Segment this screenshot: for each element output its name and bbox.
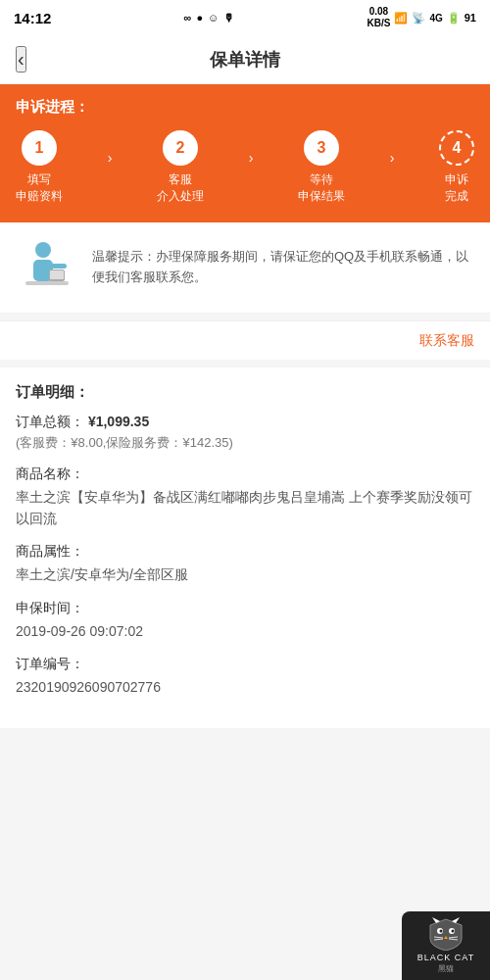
contact-link[interactable]: 联系客服 xyxy=(419,332,474,348)
order-time-value: 2019-09-26 09:07:02 xyxy=(16,620,474,642)
step-3: 3 等待申保结果 xyxy=(298,130,345,205)
tip-avatar-icon xyxy=(16,236,78,299)
order-section-title: 订单明细： xyxy=(16,383,474,402)
page-header: ‹ 保单详情 xyxy=(0,35,490,84)
order-no-value: 2320190926090702776 xyxy=(16,676,474,698)
progress-label: 申诉进程： xyxy=(16,98,474,117)
svg-rect-3 xyxy=(25,281,69,285)
arrow-2: › xyxy=(249,150,254,166)
arrow-1: › xyxy=(108,150,113,166)
data-speed: 0.08KB/S xyxy=(367,6,390,29)
cat-icon xyxy=(426,917,466,951)
network-icon: 4G xyxy=(429,13,442,24)
order-attr-value: 率土之滨/安卓华为/全部区服 xyxy=(16,564,474,585)
step-2-label: 客服介入处理 xyxy=(157,172,204,205)
order-attr-label: 商品属性： xyxy=(16,543,474,561)
svg-rect-5 xyxy=(50,270,64,279)
infinite-icon: ∞ xyxy=(184,12,192,24)
order-total-label: 订单总额： ¥1,099.35 xyxy=(16,414,474,431)
tip-section: 温馨提示：办理保障服务期间，请保证您的QQ及手机联系畅通，以便我们客服联系您。 xyxy=(0,222,490,313)
battery-icon: 🔋 xyxy=(447,12,461,24)
order-section: 订单明细： 订单总额： ¥1,099.35 (客服费：¥8.00,保险服务费：¥… xyxy=(0,368,490,728)
step-2-circle: 2 xyxy=(163,130,198,166)
wifi-icon: 📡 xyxy=(412,12,425,24)
step-4-label: 申诉完成 xyxy=(445,172,468,205)
progress-steps: 1 填写申赔资料 › 2 客服介入处理 › 3 等待申保结果 › 4 申诉完成 xyxy=(16,130,474,205)
status-left-icons: ∞ ● ☺ 🎙 xyxy=(184,12,235,24)
order-product-row: 商品名称： 率土之滨【安卓华为】备战区满红嘟嘟肉步鬼吕皇埔嵩 上个赛季奖励没领可… xyxy=(16,466,474,530)
step-1-circle: 1 xyxy=(22,130,57,166)
svg-rect-2 xyxy=(51,264,67,269)
mic-icon: 🎙 xyxy=(223,12,234,24)
order-attr-row: 商品属性： 率土之滨/安卓华为/全部区服 xyxy=(16,543,474,585)
signal-icon: 📶 xyxy=(394,12,408,24)
order-time-label: 申保时间： xyxy=(16,600,474,617)
status-bar: 14:12 ∞ ● ☺ 🎙 0.08KB/S 📶 📡 4G 🔋 91 xyxy=(0,0,490,35)
order-product-value: 率土之滨【安卓华为】备战区满红嘟嘟肉步鬼吕皇埔嵩 上个赛季奖励没领可以回流 xyxy=(16,486,474,530)
step-2: 2 客服介入处理 xyxy=(157,130,204,205)
svg-point-10 xyxy=(440,930,443,933)
step-3-circle: 3 xyxy=(304,130,339,166)
black-cat-subtitle: 黑猫 xyxy=(438,963,455,974)
svg-point-11 xyxy=(452,930,455,933)
order-total-row: 订单总额： ¥1,099.35 (客服费：¥8.00,保险服务费：¥142.35… xyxy=(16,414,474,452)
step-1-label: 填写申赔资料 xyxy=(16,172,63,205)
back-button[interactable]: ‹ xyxy=(16,46,26,73)
black-cat-text: BLACK CAT xyxy=(417,953,474,962)
progress-section: 申诉进程： 1 填写申赔资料 › 2 客服介入处理 › 3 等待申保结果 › 4… xyxy=(0,84,490,222)
order-product-label: 商品名称： xyxy=(16,466,474,483)
battery-level: 91 xyxy=(465,12,476,24)
black-cat-logo: BLACK CAT 黑猫 xyxy=(402,911,490,980)
status-time: 14:12 xyxy=(14,10,51,26)
page-title: 保单详情 xyxy=(210,48,280,72)
status-right-icons: 0.08KB/S 📶 📡 4G 🔋 91 xyxy=(367,6,476,29)
order-no-label: 订单编号： xyxy=(16,656,474,673)
step-4: 4 申诉完成 xyxy=(439,130,474,205)
order-no-row: 订单编号： 2320190926090702776 xyxy=(16,656,474,698)
step-3-label: 等待申保结果 xyxy=(298,172,345,205)
step-4-circle: 4 xyxy=(439,130,474,166)
face-icon: ☺ xyxy=(208,12,219,24)
order-time-row: 申保时间： 2019-09-26 09:07:02 xyxy=(16,600,474,642)
contact-bar: 联系客服 xyxy=(0,320,490,360)
step-1: 1 填写申赔资料 xyxy=(16,130,63,205)
arrow-3: › xyxy=(390,150,395,166)
svg-point-0 xyxy=(35,242,51,258)
tip-text: 温馨提示：办理保障服务期间，请保证您的QQ及手机联系畅通，以便我们客服联系您。 xyxy=(92,247,474,288)
dot-icon: ● xyxy=(196,12,203,24)
order-sub-value: (客服费：¥8.00,保险服务费：¥142.35) xyxy=(16,434,474,452)
